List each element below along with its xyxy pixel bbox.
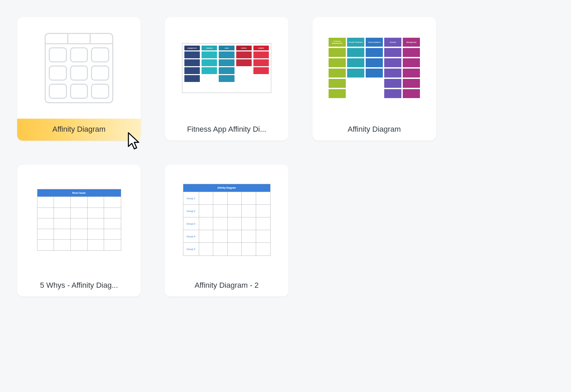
template-grid: Affinity Diagram engagementretentionuser… <box>17 17 554 297</box>
template-thumb: Affinity DiagramGroup 1Group 2Group 3Gro… <box>165 165 288 275</box>
kanban-preview-icon: Customer RequirementsProvide TreatmentCo… <box>328 37 421 99</box>
template-card-affinity-diagram[interactable]: Affinity Diagram <box>17 17 141 141</box>
template-thumb <box>17 17 141 119</box>
template-card-fitness-app[interactable]: engagementretentionusersmetricsinsights … <box>165 17 288 141</box>
template-title: Affinity Diagram - 2 <box>165 275 288 297</box>
template-title: Affinity Diagram <box>17 119 141 141</box>
table-preview-icon: Affinity DiagramGroup 1Group 2Group 3Gro… <box>183 184 271 256</box>
template-card-affinity-diagram-3[interactable]: Affinity DiagramGroup 1Group 2Group 3Gro… <box>165 165 288 297</box>
template-thumb: Root Cause <box>17 165 141 275</box>
template-thumb: engagementretentionusersmetricsinsights <box>165 17 288 119</box>
template-card-affinity-diagram-2[interactable]: Customer RequirementsProvide TreatmentCo… <box>312 17 436 141</box>
template-title: Fitness App Affinity Di... <box>165 119 288 141</box>
template-title: 5 Whys - Affinity Diag... <box>17 275 141 297</box>
template-title: Affinity Diagram <box>312 119 436 141</box>
table-preview-icon: Root Cause <box>37 189 121 251</box>
template-card-5-whys[interactable]: Root Cause 5 Whys - Affinity Diag... <box>17 165 141 297</box>
wireframe-icon <box>45 33 113 103</box>
kanban-preview-icon: engagementretentionusersmetricsinsights <box>182 43 271 93</box>
template-thumb: Customer RequirementsProvide TreatmentCo… <box>312 17 436 119</box>
